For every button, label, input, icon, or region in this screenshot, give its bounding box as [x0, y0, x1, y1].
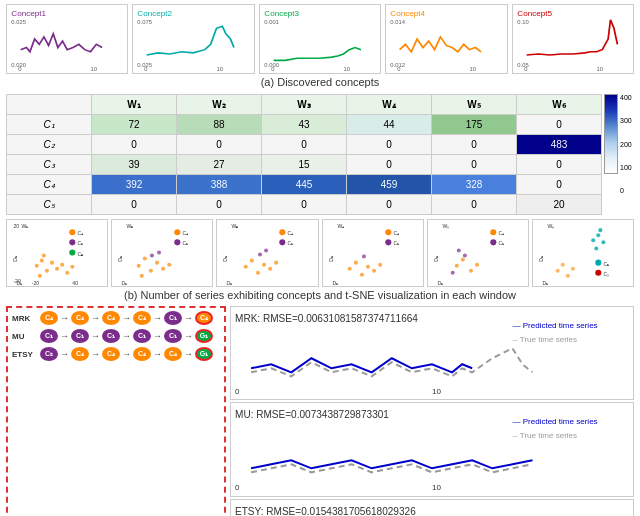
svg-point-118	[595, 260, 601, 266]
svg-text:Concept5: Concept5	[517, 9, 552, 18]
svg-point-59	[174, 229, 180, 235]
svg-text:10: 10	[90, 66, 96, 71]
etsy-node-2: C₄	[71, 347, 89, 361]
svg-text:10: 10	[432, 484, 441, 493]
svg-point-61	[174, 239, 180, 245]
mrk-node-3: C₄	[102, 311, 120, 325]
svg-point-109	[591, 238, 595, 242]
section-b: W₁ W₂ W₃ W₄ W₅ W₆ C₁ 72 88 43 44 175 0	[6, 94, 634, 215]
svg-text:D₂: D₂	[12, 256, 18, 262]
concept-chains-panel: MRK C₄ → C₄ → C₄ → C₄ → C₁ → C₄ MU C₁	[6, 306, 226, 516]
tsne-chart-2: D₂ D₁ C₄ C₁ W₂	[111, 219, 213, 287]
svg-text:D₁: D₁	[437, 280, 443, 286]
etsy-node-4: C₄	[133, 347, 151, 361]
mu-node-2: C₁	[71, 329, 89, 343]
svg-point-34	[38, 274, 42, 278]
svg-point-100	[456, 248, 460, 252]
svg-text:MU: RMSE=0.0073438729873301: MU: RMSE=0.0073438729873301	[235, 410, 389, 421]
svg-point-74	[280, 229, 286, 235]
svg-text:-- True time series: -- True time series	[512, 432, 577, 441]
svg-text:10: 10	[432, 387, 441, 396]
svg-point-67	[250, 259, 254, 263]
svg-point-97	[450, 271, 454, 275]
svg-point-71	[275, 261, 279, 265]
svg-text:— Predicted time series: — Predicted time series	[512, 418, 597, 427]
svg-text:C₄: C₄	[183, 230, 189, 236]
svg-text:20: 20	[13, 223, 19, 229]
mrk-node-4: C₄	[133, 311, 151, 325]
svg-point-83	[359, 273, 363, 277]
svg-point-72	[258, 252, 262, 256]
svg-text:0: 0	[18, 66, 21, 71]
svg-text:D₂: D₂	[118, 256, 124, 262]
etsy-predict: G₁	[195, 347, 213, 361]
svg-point-68	[256, 271, 260, 275]
colorbar: 400 300 200 100 0	[604, 94, 634, 194]
svg-text:10: 10	[217, 66, 223, 71]
svg-text:0.025: 0.025	[11, 19, 26, 25]
svg-text:Concept2: Concept2	[138, 9, 173, 18]
svg-text:-- True time series: -- True time series	[512, 335, 577, 344]
forecast-etsy: ETSY: RMSE=0.0154381705618029326 — Predi…	[230, 499, 634, 516]
svg-point-57	[150, 254, 154, 258]
tsne-chart-4: D₂ D₁ C₄ C₁ W₄	[322, 219, 424, 287]
svg-text:C₄: C₄	[288, 230, 294, 236]
chain-etsy: ETSY C₂ → C₄ → C₄ → C₄ → C₄ → G₁	[12, 347, 220, 361]
concept5-chart: Concept5 0.10 0.05 0 10	[512, 4, 634, 74]
section-a: Concept1 0.025 0.020 0 10 Concept2 0.075…	[6, 4, 634, 90]
svg-point-37	[60, 263, 64, 267]
svg-text:0: 0	[235, 484, 240, 493]
svg-text:C₁: C₁	[77, 240, 83, 246]
svg-text:C₁: C₁	[498, 240, 504, 246]
mrk-predict: C₄	[195, 311, 213, 325]
concept2-chart: Concept2 0.075 0.025 0 10	[132, 4, 254, 74]
svg-text:0: 0	[398, 66, 401, 71]
tsne-chart-6: D₂ D₁ C₂ C₅ W₆	[532, 219, 634, 287]
svg-text:10: 10	[343, 66, 349, 71]
svg-text:W₂: W₂	[127, 223, 134, 229]
mrk-node-2: C₄	[71, 311, 89, 325]
tsne-chart-5: D₂ D₁ C₄ C₁ W₅	[427, 219, 529, 287]
svg-point-87	[361, 255, 365, 259]
svg-text:Concept4: Concept4	[391, 9, 426, 18]
main-container: Concept1 0.025 0.020 0 10 Concept2 0.075…	[0, 0, 640, 516]
mu-node-4: C₁	[133, 329, 151, 343]
concept3-chart: Concept3 0.001 0.000 0 10	[259, 4, 381, 74]
svg-text:0: 0	[524, 66, 527, 71]
etsy-node-1: C₂	[40, 347, 58, 361]
svg-point-116	[566, 274, 570, 278]
svg-text:D₂: D₂	[328, 256, 334, 262]
svg-text:W₁: W₁	[22, 223, 29, 229]
svg-point-104	[490, 239, 496, 245]
svg-point-58	[157, 250, 161, 254]
colorbar-label-0: 0	[620, 187, 632, 194]
matrix-table: W₁ W₂ W₃ W₄ W₅ W₆ C₁ 72 88 43 44 175 0	[6, 94, 602, 215]
svg-text:D₁: D₁	[16, 280, 22, 286]
chain-mu-label: MU	[12, 332, 38, 341]
concept1-chart: Concept1 0.025 0.020 0 10	[6, 4, 128, 74]
svg-point-115	[561, 263, 565, 267]
etsy-node-5: C₄	[164, 347, 182, 361]
svg-point-117	[571, 267, 575, 271]
svg-text:10: 10	[470, 66, 476, 71]
mrk-node-5: C₁	[164, 311, 182, 325]
svg-text:-20: -20	[32, 280, 40, 286]
tsne-chart-1: 20 -20 D₂ -20 40 D₁	[6, 219, 108, 287]
forecast-mrk: MRK: RMSE=0.00631081587374711664 — Predi…	[230, 306, 634, 400]
mrk-node-1: C₄	[40, 311, 58, 325]
svg-text:0.001: 0.001	[264, 19, 279, 25]
svg-point-96	[461, 258, 465, 262]
svg-point-51	[143, 257, 147, 261]
svg-text:C₄: C₄	[498, 230, 504, 236]
svg-text:C₁: C₁	[393, 240, 399, 246]
svg-point-102	[490, 229, 496, 235]
svg-text:W₆: W₆	[547, 223, 554, 229]
svg-text:ETSY: RMSE=0.01543817056180293: ETSY: RMSE=0.0154381705618029326	[235, 506, 416, 516]
colorbar-gradient	[604, 94, 618, 174]
chain-mrk-label: MRK	[12, 314, 38, 323]
svg-text:W₃: W₃	[232, 223, 239, 229]
svg-text:C₄: C₄	[77, 230, 83, 236]
svg-point-38	[65, 271, 69, 275]
svg-text:C₄: C₄	[393, 230, 399, 236]
svg-point-73	[264, 248, 268, 252]
